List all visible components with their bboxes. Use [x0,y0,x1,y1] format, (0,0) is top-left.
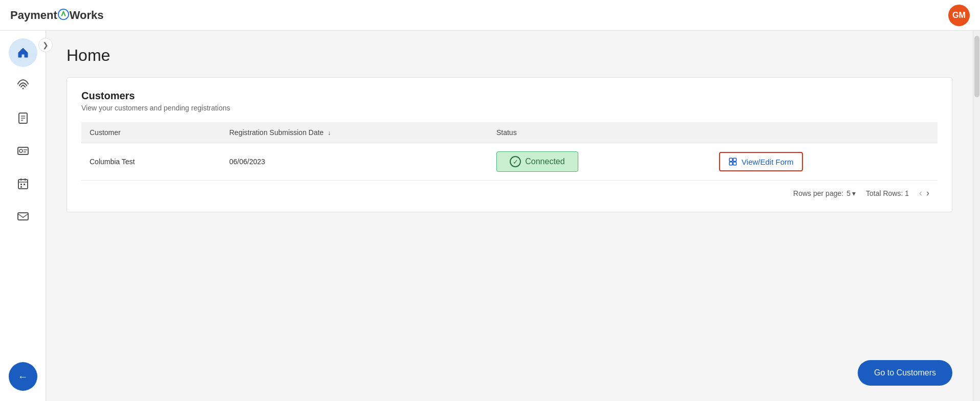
sidebar-item-idcard[interactable] [9,137,37,165]
status-badge: ✓ Connected [496,151,578,172]
svg-rect-21 [733,162,736,165]
cell-action: View/Edit Form [711,143,938,181]
back-button[interactable]: ← [9,362,37,391]
next-page-button[interactable]: › [926,188,929,198]
mail-icon [17,210,29,222]
document-icon [17,112,29,124]
logo-icon [58,9,69,20]
main-layout: ❯ [0,31,980,401]
col-submission-date[interactable]: Registration Submission Date ↓ [221,122,488,143]
svg-rect-20 [729,162,732,165]
prev-page-button[interactable]: ‹ [919,188,922,198]
svg-rect-18 [729,158,732,161]
sidebar-item-signal[interactable] [9,71,37,100]
idcard-icon [17,145,29,157]
svg-point-0 [58,9,69,19]
logo-works: Works [70,9,104,22]
goto-customers-button[interactable]: Go to Customers [858,360,952,386]
table-row: Columbia Test 06/06/2023 ✓ Connected [81,143,938,181]
page-title: Home [67,46,952,65]
svg-rect-10 [18,180,28,189]
dropdown-arrow-icon: ▾ [852,189,856,197]
sidebar-toggle[interactable]: ❯ [38,38,53,52]
svg-point-1 [22,88,24,90]
pagination-footer: Rows per page: 5 ▾ Total Rows: 1 ‹ › [81,181,938,199]
cell-customer: Columbia Test [81,143,221,181]
cell-submission-date: 06/06/2023 [221,143,488,181]
svg-rect-14 [20,184,22,185]
card-title: Customers [81,90,938,102]
scrollbar-thumb[interactable] [974,36,979,97]
home-icon [17,47,29,59]
rows-per-page: Rows per page: 5 ▾ [793,189,856,197]
col-actions [711,122,938,143]
logo-payment: Payment [10,9,57,22]
svg-rect-16 [20,186,22,188]
col-customer: Customer [81,122,221,143]
scrollbar-track [973,31,980,401]
calendar-icon [17,177,29,190]
svg-point-7 [19,149,23,152]
table-header-row: Customer Registration Submission Date ↓ … [81,122,938,143]
col-status: Status [488,122,711,143]
rows-per-page-label: Rows per page: [793,189,843,197]
customers-table: Customer Registration Submission Date ↓ … [81,122,938,181]
logo: Payment Works [10,9,104,22]
check-circle-icon: ✓ [510,156,521,167]
pagination-arrows: ‹ › [919,188,929,198]
customers-card: Customers View your customers and pendin… [67,77,952,212]
sidebar-item-documents[interactable] [9,104,37,132]
sidebar-item-home[interactable] [9,38,37,67]
sidebar-item-calendar[interactable] [9,169,37,198]
view-edit-icon [728,157,737,166]
sidebar-item-mail[interactable] [9,202,37,231]
svg-rect-19 [733,158,736,161]
rows-per-page-value: 5 [846,189,851,197]
rows-per-page-select[interactable]: 5 ▾ [846,189,856,197]
user-avatar[interactable]: GM [948,5,970,26]
view-edit-button[interactable]: View/Edit Form [719,152,802,171]
content-area: Home Customers View your customers and p… [46,31,973,401]
cell-status: ✓ Connected [488,143,711,181]
svg-rect-17 [18,213,28,220]
back-icon: ← [18,371,28,383]
signal-icon [17,79,29,92]
total-rows-label: Total Rows: 1 [866,189,909,197]
card-subtitle: View your customers and pending registra… [81,104,938,112]
svg-rect-15 [24,184,25,185]
header: Payment Works GM [0,0,980,31]
sidebar: ❯ [0,31,46,401]
sort-icon: ↓ [328,129,331,137]
